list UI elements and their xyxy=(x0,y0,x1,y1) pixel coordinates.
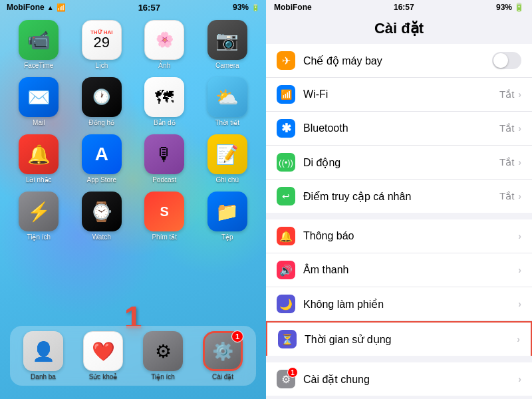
app-files[interactable]: 📁 Tệp xyxy=(199,192,257,241)
dock-settings[interactable]: ⚙️ 1 Cài đặt xyxy=(195,331,251,380)
utilities2-label: Tiện ích xyxy=(151,373,175,380)
battery-percent: 93% xyxy=(233,3,249,12)
wifi-icon: 📶 xyxy=(277,85,295,104)
calendar-icon: THỨ HAI 29 xyxy=(82,20,122,60)
bluetooth-label: Bluetooth xyxy=(303,122,499,134)
app-watch[interactable]: ⌚ Watch xyxy=(73,192,131,241)
screentime-icon: ⏳ xyxy=(278,330,297,348)
airplane-label: Chế độ máy bay xyxy=(303,55,492,67)
app-photos[interactable]: 🌸 Ảnh xyxy=(136,20,194,69)
general-badge: 1 xyxy=(287,367,298,378)
cellular-value: Tắt xyxy=(499,156,514,168)
app-facetime[interactable]: 📹 FaceTime xyxy=(10,20,68,69)
clock-label: Đồng hồ xyxy=(88,119,114,126)
app-notes[interactable]: 📝 Ghi chú xyxy=(199,134,257,184)
app-clock[interactable]: 🕐 Đồng hồ xyxy=(73,77,131,126)
mail-icon: ✉️ xyxy=(19,77,59,117)
files-label: Tệp xyxy=(221,233,233,241)
notifications-icon: 🔔 xyxy=(277,227,295,245)
sounds-label: Âm thanh xyxy=(303,264,518,276)
general-icon: ⚙ 1 xyxy=(277,370,295,388)
calendar-label: Lịch xyxy=(95,62,108,69)
notes-label: Ghi chú xyxy=(216,176,239,184)
settings-row-wifi[interactable]: 📶 Wi-Fi Tắt › xyxy=(266,78,532,112)
podcasts-label: Podcast xyxy=(152,176,176,184)
app-weather[interactable]: ⛅ Thời tiết xyxy=(199,77,257,126)
app-utilities[interactable]: ⚡ Tiện ích xyxy=(10,192,68,241)
app-camera[interactable]: 📷 Camera xyxy=(199,20,257,69)
settings-badge: 1 xyxy=(231,331,243,342)
settings-content: ✈ Chế độ máy bay 📶 Wi-Fi Tắt › ✱ Bluetoo… xyxy=(266,44,532,399)
utilities2-icon: ⚙ xyxy=(143,331,183,371)
utilities-label: Tiện ích xyxy=(27,233,51,241)
app-calendar[interactable]: THỨ HAI 29 Lịch xyxy=(73,20,131,69)
settings-row-bluetooth[interactable]: ✱ Bluetooth Tắt › xyxy=(266,112,532,146)
dock-contacts[interactable]: 👤 Danh ba xyxy=(15,331,71,380)
files-icon: 📁 xyxy=(207,192,247,231)
weather-label: Thời tiết xyxy=(215,119,239,126)
carrier-name: MobiFone xyxy=(7,3,45,12)
hotspot-label: Điểm truy cập cá nhân xyxy=(303,190,499,203)
health-label: Sức khoẻ xyxy=(89,373,118,380)
utilities-icon: ⚡ xyxy=(19,192,59,231)
cellular-label: Di động xyxy=(303,156,499,169)
airplane-toggle[interactable] xyxy=(492,52,521,69)
general-chevron: › xyxy=(518,374,521,384)
contacts-icon: 👤 xyxy=(23,331,63,371)
battery-icon: 🔋 xyxy=(251,4,259,11)
hotspot-value: Tắt xyxy=(499,190,514,202)
settings-row-notifications[interactable]: 🔔 Thông báo › xyxy=(266,219,532,253)
app-maps[interactable]: 🗺 Bản đồ xyxy=(136,77,194,126)
settings-row-focus[interactable]: 🌙 Không làm phiền › xyxy=(266,287,532,321)
app-podcasts[interactable]: 🎙 Podcast xyxy=(136,134,194,184)
settings-time: 16:57 xyxy=(394,3,414,12)
settings-label: Cài đặt xyxy=(212,373,233,380)
weather-icon: ⛅ xyxy=(207,77,247,117)
hotspot-chevron: › xyxy=(518,191,521,201)
app-shortcuts[interactable]: S Phím tắt xyxy=(136,192,194,241)
airplane-icon: ✈ xyxy=(277,51,295,70)
clock-icon: 🕐 xyxy=(82,77,122,117)
settings-group-notifications: 🔔 Thông báo › 🔊 Âm thanh › 🌙 Không làm p… xyxy=(266,219,532,356)
maps-label: Bản đồ xyxy=(154,119,176,126)
focus-icon: 🌙 xyxy=(277,295,295,313)
watch-icon: ⌚ xyxy=(82,192,122,231)
settings-row-personal-hotspot[interactable]: ↩ Điểm truy cập cá nhân Tắt › xyxy=(266,180,532,213)
hotspot-icon: ↩ xyxy=(277,187,295,205)
contacts-label: Danh ba xyxy=(31,373,56,380)
wifi-status-icon: 📶 xyxy=(57,3,66,12)
settings-row-general[interactable]: ⚙ 1 Cài đặt chung › xyxy=(266,362,532,396)
settings-row-screentime[interactable]: ⏳ Thời gian sử dụng › 2 xyxy=(266,321,532,356)
dock-utilities2[interactable]: ⚙ Tiện ích xyxy=(135,331,191,380)
signal-icon: ▲ xyxy=(47,4,54,11)
status-left: MobiFone ▲ 📶 xyxy=(7,3,66,12)
app-mail[interactable]: ✉️ Mail xyxy=(10,77,68,126)
shortcuts-icon: S xyxy=(144,192,184,231)
appstore-label: App Store xyxy=(87,176,116,184)
cellular-chevron: › xyxy=(518,157,521,168)
notifications-chevron: › xyxy=(518,231,521,241)
camera-icon: 📷 xyxy=(207,20,247,60)
settings-battery-icon: 🔋 xyxy=(514,3,524,12)
maps-icon: 🗺 xyxy=(144,77,184,117)
notifications-label: Thông báo xyxy=(303,230,518,242)
settings-status-bar: MobiFone 16:57 93% 🔋 xyxy=(266,0,532,15)
settings-row-sounds[interactable]: 🔊 Âm thanh › xyxy=(266,253,532,287)
settings-row-airplane[interactable]: ✈ Chế độ máy bay xyxy=(266,44,532,78)
screentime-label: Thời gian sử dụng xyxy=(305,333,517,346)
photos-label: Ảnh xyxy=(158,62,170,69)
status-time: 16:57 xyxy=(138,3,160,13)
left-status-bar: MobiFone ▲ 📶 16:57 93% 🔋 xyxy=(0,0,266,15)
shortcuts-label: Phím tắt xyxy=(152,233,177,241)
settings-battery-area: 93% 🔋 xyxy=(496,3,524,12)
watch-label: Watch xyxy=(92,233,111,241)
podcasts-icon: 🎙 xyxy=(144,134,184,174)
sounds-chevron: › xyxy=(518,265,521,275)
app-appstore[interactable]: A App Store xyxy=(73,134,131,184)
bluetooth-value: Tắt xyxy=(499,122,514,134)
cellular-icon: ((•)) xyxy=(277,153,295,172)
health-icon: ❤️ xyxy=(83,331,123,371)
dock-health[interactable]: ❤️ Sức khoẻ xyxy=(75,331,131,380)
settings-row-cellular[interactable]: ((•)) Di động Tắt › xyxy=(266,146,532,180)
app-reminders[interactable]: 🔔 Lời nhắc xyxy=(10,134,68,184)
